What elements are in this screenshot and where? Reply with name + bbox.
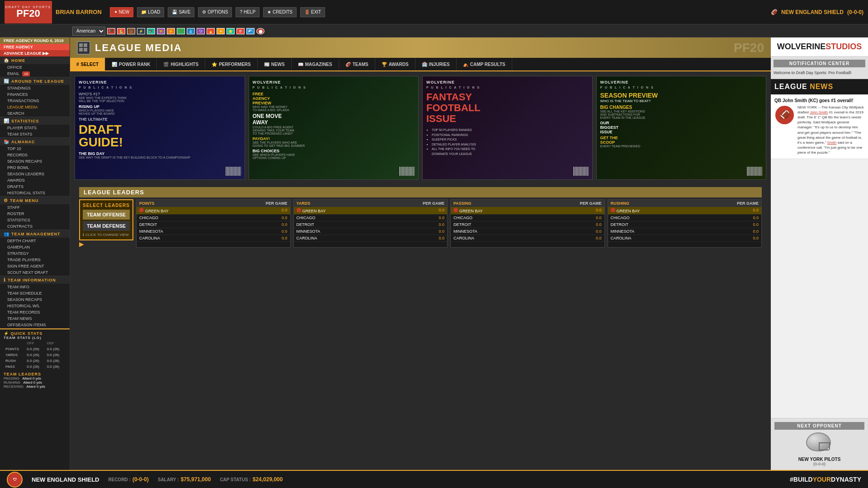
sidebar-item-email[interactable]: EMAIL 16	[0, 70, 70, 77]
sidebar-item-season-leaders[interactable]: SEASON LEADERS	[0, 171, 70, 177]
sidebar-item-awards[interactable]: AWARDS	[0, 177, 70, 183]
ll-passing-row-3[interactable]: DETROIT0.0	[451, 221, 604, 228]
mag4-who: WHO IS THE TEAM TO BEAT?	[600, 99, 763, 103]
sidebar-item-league-media[interactable]: LEAGUE MEDIA	[0, 104, 70, 110]
ll-yards-row-4[interactable]: MINNESOTA0.0	[294, 228, 448, 235]
sidebar-item-team-stats[interactable]: TEAM STATS	[0, 131, 70, 137]
ll-rushing-row-2[interactable]: CHICAGO0.0	[608, 215, 762, 221]
ll-passing-row-5[interactable]: CAROLINA0.0	[451, 235, 604, 242]
sidebar-item-roster[interactable]: ROSTER	[0, 211, 70, 217]
tab-performers[interactable]: ⭐ PERFORMERS	[205, 58, 258, 70]
sidebar-item-search[interactable]: SEARCH	[0, 110, 70, 117]
sidebar-item-strategy[interactable]: STRATEGY	[0, 250, 70, 257]
sidebar-item-sign-free-agent[interactable]: SIGN FREE AGENT	[0, 263, 70, 269]
sidebar-item-drafts[interactable]: DRAFTS	[0, 183, 70, 190]
ll-rushing-row-3[interactable]: DETROIT0.0	[608, 221, 762, 228]
ll-arrow[interactable]: ▶	[79, 240, 133, 248]
tab-power-rank[interactable]: 📊 POWER RANK	[105, 58, 157, 70]
options-button[interactable]: ⚙ OPTIONS	[198, 7, 232, 17]
ll-passing-row-4[interactable]: MINNESOTA0.0	[451, 228, 604, 235]
quick-stats-header: ⚡ QUICK STATS	[4, 331, 66, 336]
sidebar-item-season-recaps2[interactable]: SEASON RECAPS	[0, 296, 70, 303]
team-defense-button[interactable]: TEAM DEFENSE	[83, 221, 130, 231]
sidebar-item-team-records[interactable]: TEAM RECORDS	[0, 309, 70, 315]
credits-button[interactable]: ★ CREDITS	[263, 7, 297, 17]
sidebar-item-trade-players[interactable]: TRADE PLAYERS	[0, 257, 70, 263]
change-view-btn[interactable]: ℹ CLICK TO CHANGE VIEW	[83, 233, 130, 237]
sidebar-item-office[interactable]: OFFICE	[0, 64, 70, 70]
sidebar-item-standings[interactable]: STANDINGS	[0, 85, 70, 91]
ll-yards-row-2[interactable]: CHICAGO0.0	[294, 215, 448, 221]
sidebar-item-records[interactable]: RECORDS	[0, 152, 70, 158]
ll-yards-row-1[interactable]: GREEN BAY0.0	[294, 207, 448, 215]
flag-10-icon: 🔮	[197, 28, 205, 34]
ll-points-row-1[interactable]: GREEN BAY0.0	[137, 207, 290, 215]
sidebar-header-home[interactable]: 🏠 HOME	[0, 56, 70, 64]
sidebar-item-statistics-team[interactable]: STATISTICS	[0, 217, 70, 223]
tab-injuries[interactable]: 🏥 INJURIES	[415, 58, 457, 70]
sidebar-team-info-label: TEAM INFORMATION	[8, 278, 56, 282]
ll-yards-row-5[interactable]: CAROLINA0.0	[294, 235, 448, 242]
new-button[interactable]: ✦ NEW	[110, 7, 133, 17]
sidebar-item-player-stats[interactable]: PLAYER STATS	[0, 125, 70, 131]
sidebar-item-scout-draft[interactable]: SCOUT NEXT DRAFT	[0, 269, 70, 276]
sidebar-item-offseason[interactable]: OFFSEASON ITEMS	[0, 322, 70, 328]
sidebar-header-team-menu[interactable]: ⚙ TEAM MENU	[0, 197, 70, 204]
flag-11-icon: 🔥	[207, 28, 215, 34]
sidebar-item-top10[interactable]: TOP 10	[0, 145, 70, 152]
awards-icon: 🏆	[382, 62, 387, 67]
sidebar-header-almanac[interactable]: 📚 ALMANAC	[0, 138, 70, 145]
ll-points-row-4[interactable]: MINNESOTA0.0	[137, 228, 290, 235]
ll-rushing-row-5[interactable]: CAROLINA0.0	[608, 235, 762, 242]
tab-news[interactable]: 📰 NEWS	[258, 58, 292, 70]
tab-highlights[interactable]: 🎬 HIGHLIGHTS	[157, 58, 205, 70]
sidebar-item-depth-chart[interactable]: DEPTH CHART	[0, 238, 70, 244]
save-button[interactable]: 💾 SAVE	[168, 7, 194, 17]
sidebar-header-team-info[interactable]: ℹ TEAM INFORMATION	[0, 276, 70, 284]
sidebar-item-pro-bowl[interactable]: PRO BOWL	[0, 164, 70, 171]
help-button[interactable]: ? HELP	[236, 7, 259, 17]
sidebar-item-team-schedule[interactable]: TEAM SCHEDULE	[0, 290, 70, 296]
sidebar-header-around[interactable]: 🔄 AROUND THE LEAGUE	[0, 77, 70, 85]
ll-passing-row-2[interactable]: CHICAGO0.0	[451, 215, 604, 221]
tab-magazines[interactable]: 📖 MAGAZINES	[292, 58, 339, 70]
sidebar-item-team-news[interactable]: TEAM NEWS	[0, 315, 70, 322]
sidebar-item-historical-wl[interactable]: HISTORICAL W/L	[0, 303, 70, 309]
tab-camp-results[interactable]: ⛺ CAMP RESULTS	[457, 58, 512, 70]
sidebar-item-transactions[interactable]: TRANSACTIONS	[0, 98, 70, 104]
sidebar-item-season-recaps[interactable]: SEASON RECAPS	[0, 158, 70, 164]
load-button[interactable]: 📁 LOAD	[137, 7, 164, 17]
ll-table-passing: PASSINGPER GAME GREEN BAY0.0 CHICAGO0.0 …	[450, 199, 605, 248]
advance-league-label: ADVANCE LEAGUE ▶▶	[0, 50, 70, 56]
sidebar-header-team-management[interactable]: 👥 TEAM MANAGEMENT	[0, 230, 70, 238]
sidebar-statistics-label: STATISTICS	[11, 119, 39, 123]
ll-points-row-3[interactable]: DETROIT0.0	[137, 221, 290, 228]
sidebar-item-finances[interactable]: FINANCES	[0, 91, 70, 98]
pf20-text: PF20	[16, 9, 40, 19]
magazine-draft-guide[interactable]: WOLVERINEP U B L I C A T I O N S WHO'S #…	[75, 76, 245, 180]
tab-awards[interactable]: 🏆 AWARDS	[375, 58, 415, 70]
sidebar-header-statistics[interactable]: 📊 STATISTICS	[0, 117, 70, 125]
tab-magazines-label: MAGAZINES	[305, 62, 332, 67]
tab-teams[interactable]: 🏈 TEAMS	[339, 58, 375, 70]
magazine-season-preview[interactable]: WOLVERINEP U B L I C A T I O N S SEASON …	[596, 76, 767, 180]
sidebar-item-historical-stats[interactable]: HISTORICAL STATS	[0, 190, 70, 196]
magazine-free-agency[interactable]: WOLVERINEP U B L I C A T I O N S FREEAGE…	[249, 76, 419, 180]
tab-select[interactable]: # SELECT	[70, 58, 105, 70]
sidebar-section-team-menu: ⚙ TEAM MENU STAFF ROSTER STATISTICS CONT…	[0, 197, 70, 230]
ll-rushing-row-4[interactable]: MINNESOTA0.0	[608, 228, 762, 235]
ll-yards-row-3[interactable]: DETROIT0.0	[294, 221, 448, 228]
sidebar-item-gameplan[interactable]: GAMEPLAN	[0, 244, 70, 250]
news-item-1[interactable]: QB John Smith (KC) goes #1 overall! 🏈 NE…	[771, 94, 868, 160]
ll-points-row-2[interactable]: CHICAGO0.0	[137, 215, 290, 221]
magazine-fantasy[interactable]: WOLVERINEP U B L I C A T I O N S FANTASY…	[422, 76, 593, 180]
ll-points-row-5[interactable]: CAROLINA0.0	[137, 235, 290, 242]
sidebar-item-team-info[interactable]: TEAM INFO	[0, 284, 70, 290]
team-offense-button[interactable]: TEAM OFFENSE	[83, 210, 130, 220]
sidebar-item-contracts[interactable]: CONTRACTS	[0, 223, 70, 230]
exit-button[interactable]: 🚪 EXIT	[300, 7, 325, 17]
conference-select[interactable]: American National	[72, 27, 105, 36]
ll-rushing-row-1[interactable]: GREEN BAY0.0	[608, 207, 762, 215]
ll-passing-row-1[interactable]: GREEN BAY0.0	[451, 207, 604, 215]
sidebar-item-staff[interactable]: STAFF	[0, 204, 70, 211]
